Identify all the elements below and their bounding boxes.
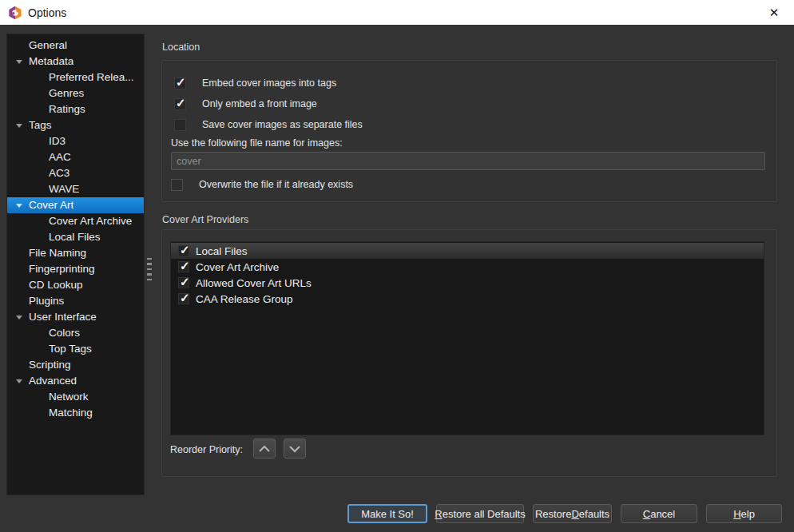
sidebar-item-ratings[interactable]: Ratings <box>7 101 144 117</box>
provider-item-label: Allowed Cover Art URLs <box>196 277 312 289</box>
sidebar-item-label: WAVE <box>49 181 79 197</box>
checkbox-checked[interactable] <box>174 77 186 89</box>
provider-item-allowed-cover-art-urls[interactable]: Allowed Cover Art URLs <box>171 275 764 291</box>
sidebar-item-preferred-relea[interactable]: Preferred Relea... <box>7 69 144 85</box>
move-down-button[interactable] <box>284 439 306 459</box>
restore-all-defaults-button[interactable]: Restore all Defaults <box>436 504 524 523</box>
provider-item-local-files[interactable]: Local Files <box>171 243 764 259</box>
provider-item-cover-art-archive[interactable]: Cover Art Archive <box>171 259 764 275</box>
sidebar-item-cover-art-archive[interactable]: Cover Art Archive <box>7 213 144 229</box>
sidebar-item-label: Metadata <box>29 54 73 69</box>
sidebar-item-label: CD Lookup <box>29 277 83 293</box>
sidebar-item-label: Genres <box>49 85 84 101</box>
checkbox-unchecked[interactable] <box>174 119 186 131</box>
move-up-button[interactable] <box>253 439 276 459</box>
checkbox-checked[interactable] <box>178 293 189 304</box>
sidebar-item-general[interactable]: General <box>7 38 144 54</box>
sidebar-item-file-naming[interactable]: File Naming <box>7 245 144 261</box>
picard-app-icon <box>8 6 22 20</box>
make-it-so-button[interactable]: Make It So! <box>347 504 427 523</box>
sidebar-item-aac[interactable]: AAC <box>7 149 144 165</box>
sidebar-item-label: General <box>29 38 67 54</box>
filename-label: Use the following file name for images: <box>171 137 343 149</box>
dialog-button-box: Make It So!Restore all DefaultsRestore D… <box>347 504 782 523</box>
sidebar-splitter[interactable] <box>147 258 152 283</box>
checkbox-row-only-embed-a-front-image[interactable]: Only embed a front image <box>174 97 317 111</box>
reorder-priority-label: Reorder Priority: <box>170 444 243 455</box>
location-group-title: Location <box>162 42 200 53</box>
sidebar-item-label: Matching <box>49 405 93 421</box>
sidebar-item-top-tags[interactable]: Top Tags <box>7 341 144 357</box>
overwrite-checkbox-row[interactable]: Overwrite the file if it already exists <box>171 177 353 192</box>
sidebar-item-id3[interactable]: ID3 <box>7 133 144 149</box>
checkbox-label: Only embed a front image <box>202 98 317 109</box>
expand-arrow-icon[interactable] <box>16 379 22 383</box>
options-dialog-body: GeneralMetadataPreferred Relea...GenresR… <box>0 25 794 532</box>
checkbox-label: Save cover images as separate files <box>202 119 363 130</box>
sidebar-item-user-interface[interactable]: User Interface <box>7 309 144 325</box>
sidebar-item-local-files[interactable]: Local Files <box>7 229 144 245</box>
sidebar-item-colors[interactable]: Colors <box>7 325 144 341</box>
expand-arrow-icon[interactable] <box>16 60 22 64</box>
sidebar-item-genres[interactable]: Genres <box>7 85 144 101</box>
sidebar-item-network[interactable]: Network <box>7 389 144 405</box>
overwrite-checkbox[interactable] <box>171 179 183 191</box>
sidebar-item-label: Local Files <box>49 229 101 245</box>
sidebar-item-label: Top Tags <box>49 341 92 357</box>
sidebar-item-label: Network <box>49 389 89 405</box>
sidebar-item-label: File Naming <box>29 245 86 261</box>
filename-input[interactable] <box>171 152 765 170</box>
sidebar-item-label: User Interface <box>29 309 97 325</box>
close-icon[interactable]: ✕ <box>762 0 786 25</box>
checkbox-checked[interactable] <box>178 277 189 288</box>
sidebar-item-label: Cover Art <box>29 197 73 213</box>
cancel-button[interactable]: Cancel <box>621 504 697 523</box>
provider-item-label: Local Files <box>196 245 248 257</box>
sidebar-item-cover-art[interactable]: Cover Art <box>7 197 144 213</box>
window-title: Options <box>28 6 66 19</box>
provider-item-label: Cover Art Archive <box>196 261 279 273</box>
checkbox-row-save-cover-images-as-separate-files[interactable]: Save cover images as separate files <box>174 117 363 132</box>
overwrite-checkbox-label: Overwrite the file if it already exists <box>199 179 353 190</box>
providers-group-title: Cover Art Providers <box>162 214 248 225</box>
checkbox-label: Embed cover images into tags <box>202 77 336 89</box>
sidebar-item-label: Preferred Relea... <box>49 69 134 85</box>
sidebar-item-plugins[interactable]: Plugins <box>7 293 144 309</box>
sidebar-item-label: AC3 <box>49 165 69 181</box>
sidebar-item-label: Plugins <box>29 293 64 309</box>
sidebar-item-cd-lookup[interactable]: CD Lookup <box>7 277 144 293</box>
help-button[interactable]: Help <box>706 504 782 523</box>
sidebar-item-label: Tags <box>29 117 52 133</box>
sidebar-item-ac3[interactable]: AC3 <box>7 165 144 181</box>
chevron-down-icon <box>288 445 301 453</box>
expand-arrow-icon[interactable] <box>16 204 22 208</box>
sidebar-tree: GeneralMetadataPreferred Relea...GenresR… <box>6 34 145 495</box>
sidebar-item-advanced[interactable]: Advanced <box>7 373 144 389</box>
sidebar-item-metadata[interactable]: Metadata <box>7 54 144 69</box>
sidebar-item-matching[interactable]: Matching <box>7 405 144 421</box>
sidebar-item-tags[interactable]: Tags <box>7 117 144 133</box>
provider-item-label: CAA Release Group <box>196 293 293 305</box>
checkbox-checked[interactable] <box>174 98 186 110</box>
checkbox-row-embed-cover-images-into-tags[interactable]: Embed cover images into tags <box>174 76 336 90</box>
provider-list[interactable]: Local FilesCover Art ArchiveAllowed Cove… <box>170 241 764 435</box>
chevron-up-icon <box>258 445 271 453</box>
checkbox-checked[interactable] <box>178 261 189 272</box>
sidebar-item-wave[interactable]: WAVE <box>7 181 144 197</box>
sidebar-item-label: Fingerprinting <box>29 261 95 277</box>
sidebar-item-fingerprinting[interactable]: Fingerprinting <box>7 261 144 277</box>
expand-arrow-icon[interactable] <box>16 124 22 128</box>
sidebar-item-label: Colors <box>49 325 80 341</box>
provider-item-caa-release-group[interactable]: CAA Release Group <box>171 291 764 307</box>
checkbox-checked[interactable] <box>178 245 189 256</box>
sidebar-item-label: Scripting <box>29 357 71 373</box>
sidebar-item-label: Advanced <box>29 373 77 389</box>
sidebar-item-label: ID3 <box>49 133 66 149</box>
sidebar-item-label: Cover Art Archive <box>49 213 132 229</box>
title-bar: Options ✕ <box>0 0 794 25</box>
restore-defaults-button[interactable]: Restore Defaults <box>533 504 612 523</box>
sidebar-item-label: AAC <box>49 149 71 165</box>
expand-arrow-icon[interactable] <box>16 316 22 320</box>
sidebar-item-label: Ratings <box>49 101 85 117</box>
sidebar-item-scripting[interactable]: Scripting <box>7 357 144 373</box>
